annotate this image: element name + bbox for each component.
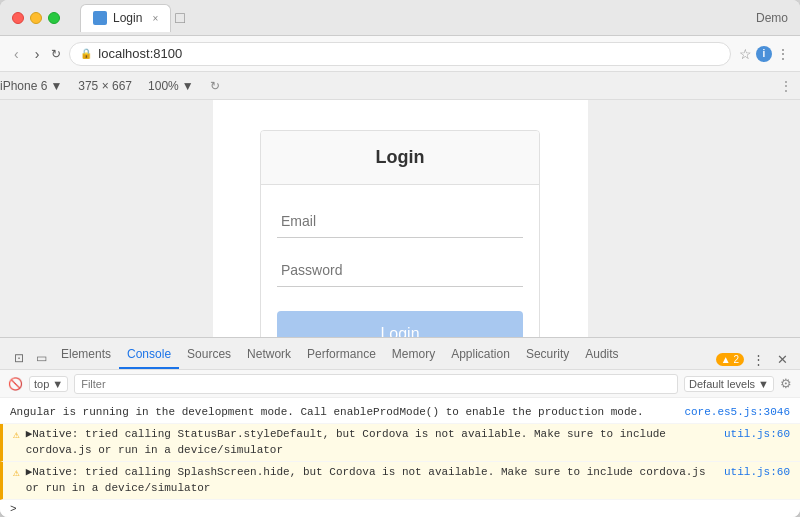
app-content: Login Login <box>213 100 588 337</box>
devtools-right-actions: ▲ 2 ⋮ ✕ <box>716 350 792 369</box>
close-button[interactable] <box>12 12 24 24</box>
password-input[interactable] <box>277 254 523 287</box>
maximize-button[interactable] <box>48 12 60 24</box>
reload-button[interactable]: ↻ <box>51 47 61 61</box>
login-title: Login <box>261 131 539 185</box>
devtools-inspect-icon[interactable]: ⊡ <box>8 347 30 369</box>
traffic-lights <box>12 12 60 24</box>
warning-icon-2: ⚠ <box>13 466 20 481</box>
login-card: Login Login <box>260 130 540 337</box>
device-toolbar: iPhone 6 ▼ 375 × 667 100% ▼ ↻ ⋮ <box>0 72 800 100</box>
devtools-settings-icon[interactable]: ⋮ <box>748 350 769 369</box>
password-field <box>277 254 523 287</box>
url-bar[interactable]: 🔒 localhost:8100 <box>69 42 731 66</box>
device-name: iPhone 6 <box>0 79 47 93</box>
minimize-button[interactable] <box>30 12 42 24</box>
device-toolbar-menu-icon[interactable]: ⋮ <box>780 79 792 93</box>
tab-memory[interactable]: Memory <box>384 341 443 369</box>
log-levels-arrow: ▼ <box>758 378 769 390</box>
tab-elements[interactable]: Elements <box>53 341 119 369</box>
warning-icon-1: ⚠ <box>13 428 20 443</box>
tab-label: Login <box>113 11 142 25</box>
demo-label: Demo <box>756 11 788 25</box>
phone-viewport: Login Login <box>213 100 588 337</box>
tab-network[interactable]: Network <box>239 341 299 369</box>
device-select-arrow: ▼ <box>50 79 62 93</box>
email-field <box>277 205 523 238</box>
tab-application[interactable]: Application <box>443 341 518 369</box>
address-bar: ‹ › ↻ 🔒 localhost:8100 ☆ i ⋮ <box>0 36 800 72</box>
bookmark-icon[interactable]: ☆ <box>739 46 752 62</box>
devtools-panel: ⊡ ▭ Elements Console Sources Network Per… <box>0 337 800 517</box>
context-select-arrow: ▼ <box>52 378 63 390</box>
console-source-3[interactable]: util.js:60 <box>714 465 790 480</box>
console-filter-input[interactable] <box>74 374 678 394</box>
url-text: localhost:8100 <box>98 46 182 61</box>
console-settings-icon[interactable]: ⚙ <box>780 376 792 391</box>
address-actions: ☆ i ⋮ <box>739 46 790 62</box>
device-dimensions: 375 × 667 <box>78 79 132 93</box>
warning-badge: ▲ 2 <box>716 353 744 366</box>
console-text-1: Angular is running in the development mo… <box>10 405 674 420</box>
console-source-2[interactable]: util.js:60 <box>714 427 790 442</box>
title-bar: Login × □ Demo <box>0 0 800 36</box>
devtools-tabs: ⊡ ▭ Elements Console Sources Network Per… <box>0 338 800 370</box>
console-output: Angular is running in the development mo… <box>0 398 800 517</box>
address-menu-icon[interactable]: ⋮ <box>776 46 790 62</box>
zoom-level: 100% <box>148 79 179 93</box>
devtools-device-icon[interactable]: ▭ <box>30 347 53 369</box>
device-select[interactable]: iPhone 6 ▼ <box>0 79 62 93</box>
context-select[interactable]: top ▼ <box>29 376 68 392</box>
log-levels-select[interactable]: Default levels ▼ <box>684 376 774 392</box>
tab-close-icon[interactable]: × <box>152 13 158 24</box>
zoom-select[interactable]: 100% ▼ <box>148 79 194 93</box>
console-line-3: ⚠ ▶Native: tried calling SplashScreen.hi… <box>0 462 800 500</box>
rotate-icon[interactable]: ↻ <box>210 79 220 93</box>
prompt-symbol: > <box>10 503 17 515</box>
tab-area: Login × □ <box>80 4 756 32</box>
tab-console[interactable]: Console <box>119 341 179 369</box>
tab-performance[interactable]: Performance <box>299 341 384 369</box>
console-text-2: ▶Native: tried calling StatusBar.styleDe… <box>26 427 714 458</box>
new-tab-button[interactable]: □ <box>175 9 185 27</box>
console-prompt: > <box>0 500 800 517</box>
active-tab[interactable]: Login × <box>80 4 171 32</box>
context-select-value: top <box>34 378 49 390</box>
tab-security[interactable]: Security <box>518 341 577 369</box>
tab-favicon-icon <box>93 11 107 25</box>
forward-button[interactable]: › <box>31 44 44 64</box>
zoom-arrow: ▼ <box>182 79 194 93</box>
devtools-close-icon[interactable]: ✕ <box>773 350 792 369</box>
log-levels-value: Default levels <box>689 378 755 390</box>
back-button[interactable]: ‹ <box>10 44 23 64</box>
tab-sources[interactable]: Sources <box>179 341 239 369</box>
secure-icon: 🔒 <box>80 48 92 59</box>
browser-window: Login × □ Demo ‹ › ↻ 🔒 localhost:8100 ☆ … <box>0 0 800 517</box>
console-line-2: ⚠ ▶Native: tried calling StatusBar.style… <box>0 424 800 462</box>
console-clear-icon[interactable]: 🚫 <box>8 377 23 391</box>
console-toolbar: 🚫 top ▼ Default levels ▼ ⚙ <box>0 370 800 398</box>
email-input[interactable] <box>277 205 523 238</box>
console-text-3: ▶Native: tried calling SplashScreen.hide… <box>26 465 714 496</box>
tab-audits[interactable]: Audits <box>577 341 626 369</box>
console-source-1[interactable]: core.es5.js:3046 <box>674 405 790 420</box>
console-line-1: Angular is running in the development mo… <box>0 402 800 424</box>
info-icon[interactable]: i <box>756 46 772 62</box>
login-button[interactable]: Login <box>277 311 523 337</box>
viewport: Login Login <box>0 100 800 337</box>
login-form: Login <box>261 185 539 337</box>
